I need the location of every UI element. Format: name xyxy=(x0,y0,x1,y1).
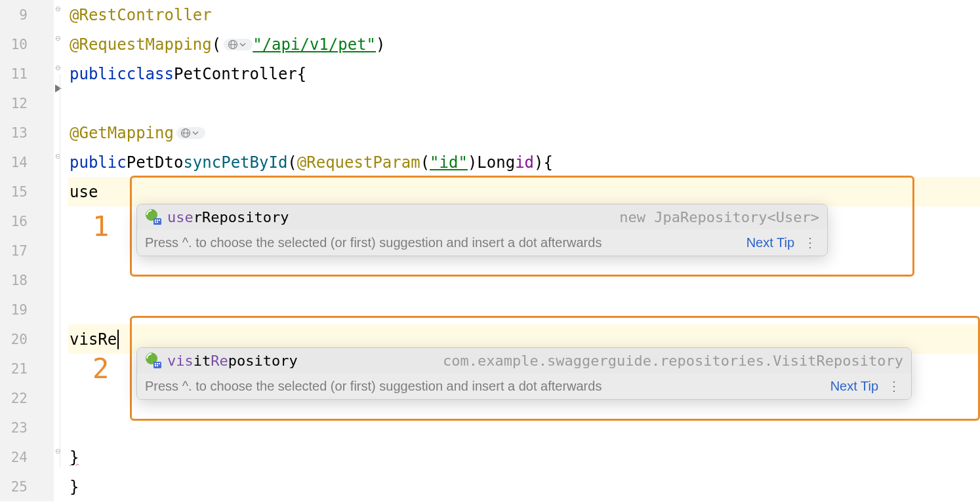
line-number: 23 xyxy=(0,413,54,442)
run-gutter-icon[interactable] xyxy=(52,80,64,98)
line-number: 9 xyxy=(0,0,54,29)
typed-text: use xyxy=(70,183,98,201)
globe-icon xyxy=(180,128,191,138)
autocomplete-item[interactable]: visitRepository com.example.swaggerguide… xyxy=(137,348,911,373)
line-number: 14 xyxy=(0,147,54,177)
suggestion-type: com.example.swaggerguide.repositories.Vi… xyxy=(443,353,903,369)
suggestion-text: userRepository xyxy=(167,209,614,225)
line-number: 16 xyxy=(0,206,54,236)
suggestion-text: visitRepository xyxy=(167,353,438,369)
line-number: 10 xyxy=(0,29,54,59)
code-line[interactable] xyxy=(68,88,980,118)
code-line[interactable]: @GetMapping xyxy=(68,118,980,147)
next-tip-link[interactable]: Next Tip xyxy=(746,235,794,250)
spring-bean-icon xyxy=(145,352,162,369)
line-number: 21 xyxy=(0,354,54,383)
line-number: 15 xyxy=(0,177,54,206)
hint-text: Press ^. to choose the selected (or firs… xyxy=(145,379,602,394)
annotation: @GetMapping xyxy=(70,124,174,142)
line-number: 11 xyxy=(0,59,54,88)
fold-guide xyxy=(60,74,60,467)
autocomplete-popup[interactable]: userRepository new JpaRepository<User> P… xyxy=(136,204,828,256)
chevron-down-icon xyxy=(192,130,199,136)
svg-rect-18 xyxy=(155,365,156,366)
url-navigate-pill[interactable] xyxy=(176,127,205,139)
callout-number: 2 xyxy=(92,353,109,385)
typed-text: visRe xyxy=(70,330,117,349)
annotation: @RestController xyxy=(70,6,212,24)
code-line[interactable]: public PetDto syncPetById(@RequestParam(… xyxy=(68,147,980,177)
svg-rect-19 xyxy=(157,365,158,366)
svg-rect-15 xyxy=(155,363,156,364)
svg-rect-8 xyxy=(155,220,156,221)
svg-rect-9 xyxy=(157,220,158,221)
fold-toggle-icon[interactable]: ⊖ xyxy=(55,33,66,43)
gutter: 9 10 11 12 13 14 15 16 17 18 19 20 21 22… xyxy=(0,0,54,501)
next-tip-link[interactable]: Next Tip xyxy=(830,379,878,394)
svg-rect-10 xyxy=(159,220,160,221)
spring-bean-icon xyxy=(145,208,162,225)
code-line[interactable]: public class PetController { xyxy=(68,59,980,88)
code-area[interactable]: @RestController @RequestMapping("/api/v1… xyxy=(68,0,980,501)
kebab-menu-icon[interactable]: ⋮ xyxy=(885,378,903,394)
code-line[interactable]: } xyxy=(68,472,980,501)
chevron-down-icon xyxy=(239,41,246,48)
text-caret xyxy=(117,330,119,349)
svg-rect-16 xyxy=(157,363,158,364)
code-line[interactable]: @RestController xyxy=(68,0,980,29)
line-number: 12 xyxy=(0,88,54,118)
code-editor[interactable]: 9 10 11 12 13 14 15 16 17 18 19 20 21 22… xyxy=(0,0,980,501)
autocomplete-item[interactable]: userRepository new JpaRepository<User> xyxy=(137,204,827,229)
string-literal: "/api/v1/pet" xyxy=(253,35,376,54)
callout-number: 1 xyxy=(92,210,109,242)
svg-rect-12 xyxy=(157,222,158,223)
fold-toggle-icon[interactable]: ⊖ xyxy=(55,3,66,14)
autocomplete-popup[interactable]: visitRepository com.example.swaggerguide… xyxy=(136,347,912,400)
autocomplete-hint: Press ^. to choose the selected (or firs… xyxy=(137,229,827,256)
line-number: 13 xyxy=(0,118,54,147)
code-line[interactable]: @RequestMapping("/api/v1/pet") xyxy=(68,29,980,59)
fold-toggle-icon[interactable]: ⊖ xyxy=(55,151,66,161)
globe-icon xyxy=(228,39,238,50)
svg-rect-17 xyxy=(159,363,160,364)
line-number: 19 xyxy=(0,295,54,324)
fold-toggle-icon[interactable]: ⊖ xyxy=(55,446,66,456)
url-navigate-pill[interactable] xyxy=(224,39,253,50)
fold-column: ⊖ ⊖ ⊖ ⊖ ⊖ xyxy=(54,0,68,501)
hint-text: Press ^. to choose the selected (or firs… xyxy=(145,235,602,250)
line-number: 24 xyxy=(0,442,54,472)
svg-rect-11 xyxy=(155,222,156,223)
suggestion-type: new JpaRepository<User> xyxy=(619,209,819,225)
kebab-menu-icon[interactable]: ⋮ xyxy=(801,235,819,250)
line-number: 17 xyxy=(0,236,54,265)
autocomplete-hint: Press ^. to choose the selected (or firs… xyxy=(137,373,911,399)
line-number: 22 xyxy=(0,383,54,413)
fold-toggle-icon[interactable]: ⊖ xyxy=(55,62,66,73)
annotation: @RequestMapping xyxy=(70,35,212,54)
line-number: 25 xyxy=(0,472,54,501)
line-number: 18 xyxy=(0,265,54,295)
line-number: 20 xyxy=(0,324,54,354)
code-line[interactable]: } xyxy=(68,442,980,472)
